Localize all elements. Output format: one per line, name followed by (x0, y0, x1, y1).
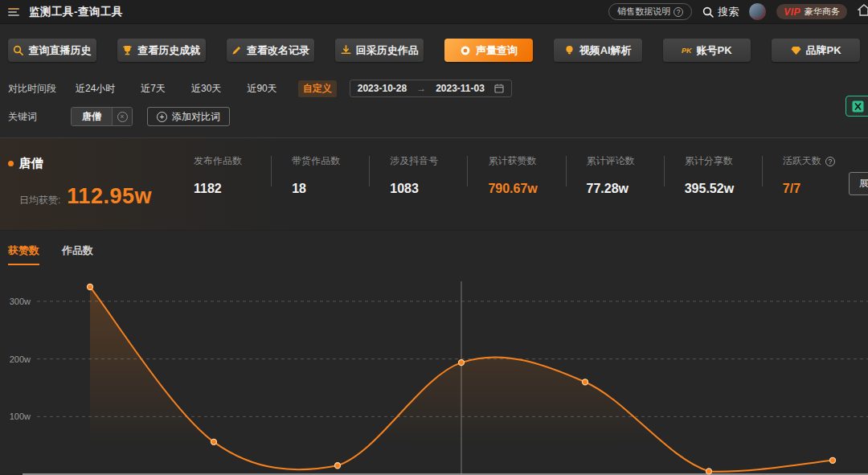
tab-live-history[interactable]: 查询直播历史 (8, 39, 96, 62)
keyword-name: 唐僧 (19, 156, 43, 171)
avg-likes-value: 112.95w (67, 184, 152, 209)
close-icon: × (117, 112, 128, 122)
chart-tab-works[interactable]: 作品数 (62, 244, 93, 265)
remove-keyword-button[interactable]: × (112, 108, 132, 125)
date-range-picker[interactable]: 2023-10-28 → 2023-11-03 (350, 80, 512, 97)
search-icon (702, 6, 714, 18)
search-button[interactable]: 搜索 (702, 5, 739, 19)
time-option-custom[interactable]: 自定义 (298, 80, 337, 97)
chart-section: 获赞数 作品数 100w200w300w10/2810/2910/3010/31… (0, 231, 868, 475)
stat-accounts-involved: 涉及抖音号 1083 (369, 154, 467, 209)
search-icon (13, 45, 23, 55)
sales-data-note-button[interactable]: 销售数据说明 ? (608, 3, 692, 20)
series-color-dot (8, 161, 14, 166)
summary-stats-band: 唐僧 日均获赞: 112.95w 发布作品数 1182 带货作品数 18 涉及抖… (0, 137, 868, 231)
keyword-label: 关键词 (8, 110, 59, 124)
time-filter-label: 对比时间段 (8, 82, 59, 96)
calendar-icon (494, 84, 504, 93)
tab-brand-pk[interactable]: 品牌PK (772, 39, 860, 62)
pencil-icon (231, 45, 242, 55)
help-icon: ? (674, 7, 683, 17)
svg-text:300w: 300w (10, 297, 31, 306)
target-icon (460, 45, 471, 56)
tab-volume-query[interactable]: 声量查询 (444, 39, 533, 62)
stat-published-works: 发布作品数 1182 (173, 154, 271, 209)
keyword-tag[interactable]: 唐僧 × (71, 107, 133, 126)
stat-active-days: 活跃天数 ? 7/7 (762, 154, 860, 209)
topbar: 监测工具-查询工具 销售数据说明 ? 搜索 VIP 豪华商务 (0, 0, 868, 24)
download-icon (341, 45, 351, 55)
volume-trend-chart[interactable]: 100w200w300w10/2810/2910/3010/3111/0111/… (0, 275, 868, 475)
time-option-90d[interactable]: 近90天 (242, 80, 281, 97)
menu-icon[interactable] (8, 8, 19, 16)
stat-total-shares: 累计分享数 395.52w (664, 154, 762, 209)
diamond-icon (791, 46, 801, 55)
time-option-30d[interactable]: 近30天 (186, 80, 226, 97)
tab-rename-records[interactable]: 查看改名记录 (227, 39, 315, 62)
trophy-icon (122, 45, 133, 55)
date-end[interactable]: 2023-11-03 (436, 83, 485, 94)
stat-commerce-works: 带货作品数 18 (271, 154, 369, 209)
add-compare-word-button[interactable]: + 添加对比词 (147, 107, 230, 126)
svg-text:100w: 100w (10, 412, 31, 421)
vip-icon: VIP (784, 6, 800, 18)
tab-history-achievements[interactable]: 查看历史成就 (117, 39, 206, 62)
time-option-7d[interactable]: 近7天 (136, 80, 170, 97)
time-option-24h[interactable]: 近24小时 (71, 80, 120, 97)
tab-account-pk[interactable]: PK 账号PK (663, 39, 751, 62)
home-icon[interactable] (858, 4, 868, 19)
chart-tab-likes[interactable]: 获赞数 (8, 244, 39, 265)
avatar[interactable] (749, 3, 766, 20)
keyword-row: 关键词 唐僧 × + 添加对比词 (0, 97, 868, 126)
tab-video-ai-analysis[interactable]: 视频AI解析 (554, 39, 642, 62)
pk-icon: PK (682, 47, 692, 55)
stat-total-comments: 累计评论数 77.28w (566, 154, 664, 209)
page-title: 监测工具-查询工具 (29, 5, 123, 19)
stat-total-likes: 累计获赞数 790.67w (467, 154, 565, 209)
tab-recollect-works[interactable]: 回采历史作品 (335, 39, 424, 62)
vip-badge[interactable]: VIP 豪华商务 (776, 4, 847, 19)
export-excel-button[interactable] (845, 96, 868, 117)
date-start[interactable]: 2023-10-28 (358, 83, 407, 94)
app-window: 监测工具-查询工具 销售数据说明 ? 搜索 VIP 豪华商务 查询直播历史 (0, 0, 868, 475)
svg-text:200w: 200w (10, 354, 31, 364)
avg-likes-label: 日均获赞: (19, 194, 60, 207)
expand-button[interactable]: 展开 (849, 172, 868, 195)
keyword-summary: 唐僧 日均获赞: 112.95w (8, 154, 173, 209)
plus-circle-icon: + (157, 112, 167, 122)
help-icon[interactable]: ? (825, 157, 835, 166)
time-filter-row: 对比时间段 近24小时 近7天 近30天 近90天 自定义 2023-10-28… (0, 73, 868, 97)
chart-metric-tabs: 获赞数 作品数 (0, 231, 868, 265)
bulb-icon (564, 45, 575, 55)
date-arrow: → (416, 83, 426, 94)
excel-icon (851, 100, 865, 113)
feature-tabs: 查询直播历史 查看历史成就 查看改名记录 回采历史作品 声量查询 视频AI解析 … (0, 24, 868, 73)
